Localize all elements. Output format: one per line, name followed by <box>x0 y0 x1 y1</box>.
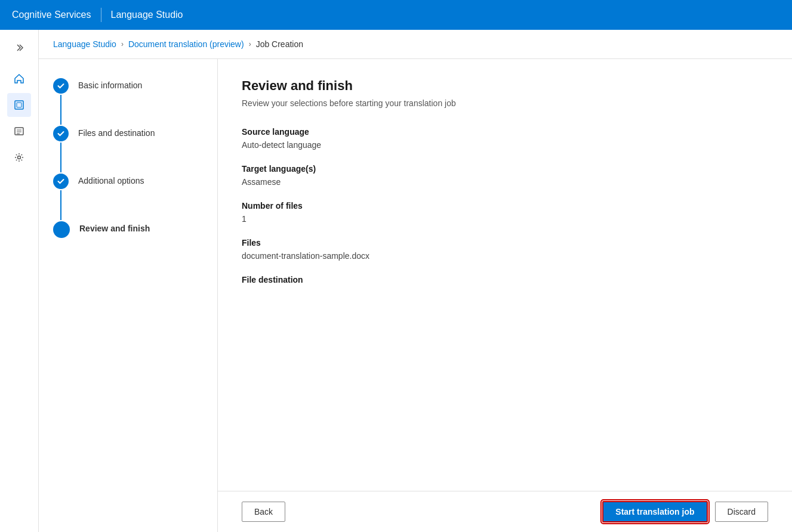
start-translation-button[interactable]: Start translation job <box>602 501 707 522</box>
files-label: Files <box>242 238 768 248</box>
header-divider <box>101 8 101 22</box>
breadcrumb: Language Studio › Document translation (… <box>39 30 792 59</box>
target-language-value: Assamese <box>242 177 768 187</box>
step-review-finish: Review and finish <box>53 221 203 238</box>
step1-connector <box>53 78 69 126</box>
collapse-icon[interactable] <box>7 36 31 60</box>
source-language-label: Source language <box>242 127 768 137</box>
back-button[interactable]: Back <box>242 502 285 522</box>
step2-connector <box>53 126 69 174</box>
nav-home-icon[interactable] <box>7 67 31 91</box>
main-content-panel: Review and finish Review your selections… <box>218 59 792 532</box>
step3-connector <box>53 174 69 221</box>
footer-buttons: Back Start translation job Discard <box>218 491 792 532</box>
step-files-destination: Files and destination <box>53 126 203 174</box>
nav-pages-icon[interactable] <box>7 93 31 117</box>
svg-rect-0 <box>15 101 23 109</box>
step4-circle <box>53 221 70 238</box>
step3-circle <box>53 174 69 189</box>
nav-gear-icon[interactable] <box>7 146 31 169</box>
icon-sidebar <box>0 30 39 532</box>
step1-line <box>60 95 61 125</box>
content-scroll: Review and finish Review your selections… <box>218 59 792 491</box>
step1-label: Basic information <box>78 78 142 90</box>
files-value: document-translation-sample.docx <box>242 251 768 261</box>
app-name: Cognitive Services <box>12 10 91 20</box>
step2-line <box>60 143 61 172</box>
step2-label: Files and destination <box>78 126 155 138</box>
step-basic-info: Basic information <box>53 78 203 126</box>
breadcrumb-current: Job Creation <box>256 39 303 49</box>
file-destination-label: File destination <box>242 275 768 284</box>
breadcrumb-language-studio[interactable]: Language Studio <box>53 39 116 49</box>
content-area: Language Studio › Document translation (… <box>39 30 792 532</box>
top-header: Cognitive Services Language Studio <box>0 0 792 30</box>
step2-circle <box>53 126 69 141</box>
step3-label: Additional options <box>78 174 144 185</box>
step1-circle <box>53 78 69 94</box>
breadcrumb-sep-2: › <box>249 40 251 48</box>
studio-name: Language Studio <box>111 10 183 20</box>
steps-sidebar: Basic information Files and destination <box>39 59 218 532</box>
num-files-value: 1 <box>242 214 768 224</box>
page-subtitle: Review your selections before starting y… <box>242 98 768 108</box>
breadcrumb-doc-translation[interactable]: Document translation (preview) <box>128 39 244 49</box>
nav-list-icon[interactable] <box>7 119 31 143</box>
discard-button[interactable]: Discard <box>715 502 768 522</box>
breadcrumb-sep-1: › <box>121 40 124 48</box>
step-additional-options: Additional options <box>53 174 203 221</box>
target-language-label: Target language(s) <box>242 164 768 174</box>
svg-rect-1 <box>17 103 21 107</box>
page-title: Review and finish <box>242 78 768 94</box>
step4-label: Review and finish <box>79 221 150 233</box>
step4-connector <box>53 221 70 238</box>
num-files-label: Number of files <box>242 201 768 211</box>
step3-line <box>60 190 61 220</box>
source-language-value: Auto-detect language <box>242 140 768 150</box>
main-layout: Language Studio › Document translation (… <box>0 30 792 532</box>
inner-layout: Basic information Files and destination <box>39 59 792 532</box>
svg-point-6 <box>18 156 21 159</box>
